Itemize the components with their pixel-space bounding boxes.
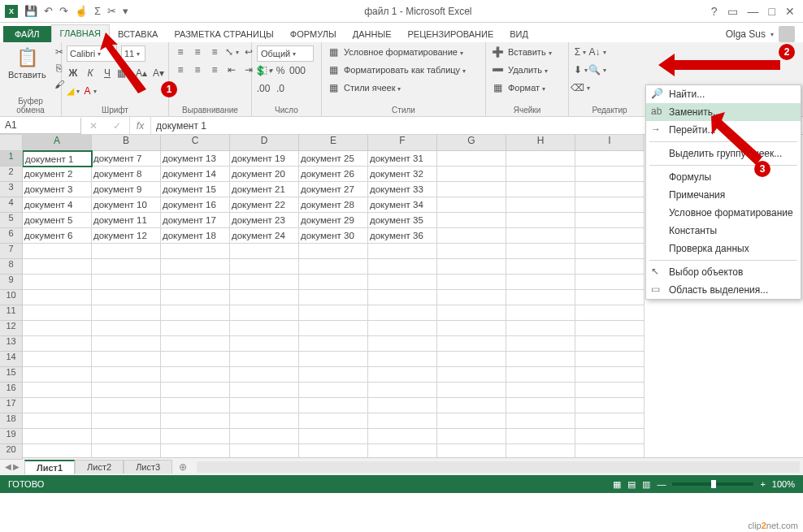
menu-data-validation[interactable]: Проверка данных	[646, 240, 801, 257]
cell-I12[interactable]	[575, 321, 645, 336]
sheet-tab-3[interactable]: Лист3	[124, 460, 172, 474]
menu-select-objects[interactable]: ↖Выбор объектов	[646, 263, 801, 281]
cell-E2[interactable]: документ 26	[299, 167, 368, 182]
cell-C17[interactable]	[161, 398, 230, 413]
cell-C2[interactable]: документ 14	[161, 167, 230, 182]
cell-B10[interactable]	[92, 290, 161, 305]
row-header-6[interactable]: 6	[0, 228, 23, 244]
cell-I20[interactable]	[575, 444, 645, 457]
column-header-B[interactable]: B	[92, 135, 161, 151]
cell-F11[interactable]	[368, 305, 437, 321]
cell-E19[interactable]	[299, 429, 368, 444]
cell-D16[interactable]	[230, 383, 299, 398]
cell-E11[interactable]	[299, 305, 368, 321]
paste-button[interactable]: 📋 Вставить	[5, 45, 50, 81]
touch-icon[interactable]: ☝	[75, 5, 88, 17]
view-page-layout-icon[interactable]: ▤	[627, 479, 636, 490]
cell-C7[interactable]	[161, 244, 230, 259]
cell-I5[interactable]	[575, 213, 645, 228]
cell-E20[interactable]	[299, 444, 368, 457]
cell-F10[interactable]	[368, 290, 437, 305]
zoom-out-icon[interactable]: —	[657, 479, 666, 489]
cell-E5[interactable]: документ 29	[299, 213, 368, 228]
cell-H9[interactable]	[506, 275, 575, 290]
ribbon-options-icon[interactable]: ▭	[727, 5, 738, 18]
cell-D13[interactable]	[230, 336, 299, 352]
row-header-16[interactable]: 16	[0, 383, 23, 398]
row-header-18[interactable]: 18	[0, 413, 23, 429]
cell-B4[interactable]: документ 10	[92, 197, 161, 213]
cell-B18[interactable]	[92, 413, 161, 429]
cell-D19[interactable]	[230, 429, 299, 444]
qat-more-icon[interactable]: ▾	[123, 5, 128, 17]
view-page-break-icon[interactable]: ▥	[642, 479, 650, 490]
cell-C3[interactable]: документ 15	[161, 182, 230, 197]
column-header-D[interactable]: D	[230, 135, 299, 151]
cell-D18[interactable]	[230, 413, 299, 429]
cell-G9[interactable]	[437, 275, 506, 290]
cell-F15[interactable]	[368, 367, 437, 383]
cell-C8[interactable]	[161, 259, 230, 275]
cell-F16[interactable]	[368, 383, 437, 398]
cell-H11[interactable]	[506, 305, 575, 321]
cell-I14[interactable]	[575, 352, 645, 367]
help-icon[interactable]: ?	[711, 5, 718, 18]
cell-I3[interactable]	[575, 182, 645, 197]
select-all-corner[interactable]	[0, 135, 23, 151]
cell-A12[interactable]	[23, 321, 92, 336]
row-header-7[interactable]: 7	[0, 244, 23, 259]
close-icon[interactable]: ✕	[785, 5, 795, 18]
cell-G17[interactable]	[437, 398, 506, 413]
cell-F19[interactable]	[368, 429, 437, 444]
cell-D5[interactable]: документ 23	[230, 213, 299, 228]
cell-E4[interactable]: документ 28	[299, 197, 368, 213]
row-header-9[interactable]: 9	[0, 275, 23, 290]
cell-H4[interactable]	[506, 197, 575, 213]
cell-F3[interactable]: документ 33	[368, 182, 437, 197]
cell-B9[interactable]	[92, 275, 161, 290]
cell-G20[interactable]	[437, 444, 506, 457]
cell-I6[interactable]	[575, 228, 645, 244]
cell-C20[interactable]	[161, 444, 230, 457]
cell-C5[interactable]: документ 17	[161, 213, 230, 228]
cell-H8[interactable]	[506, 259, 575, 275]
cell-H10[interactable]	[506, 290, 575, 305]
cell-I9[interactable]	[575, 275, 645, 290]
sheet-nav-prev-icon[interactable]: ◀	[5, 462, 11, 471]
align-center-button[interactable]: ≡	[191, 63, 204, 76]
cell-H7[interactable]	[506, 244, 575, 259]
cell-F8[interactable]	[368, 259, 437, 275]
minimize-icon[interactable]: —	[748, 5, 759, 18]
cell-B12[interactable]	[92, 321, 161, 336]
cell-F18[interactable]	[368, 413, 437, 429]
cell-G5[interactable]	[437, 213, 506, 228]
cell-G10[interactable]	[437, 290, 506, 305]
sheet-nav-next-icon[interactable]: ▶	[13, 462, 20, 471]
cell-F6[interactable]: документ 36	[368, 228, 437, 244]
tab-data[interactable]: ДАННЫЕ	[345, 26, 400, 42]
cell-I2[interactable]	[575, 167, 645, 182]
view-normal-icon[interactable]: ▦	[613, 479, 621, 490]
cell-D12[interactable]	[230, 321, 299, 336]
save-icon[interactable]: 💾	[24, 5, 37, 17]
cell-E3[interactable]: документ 27	[299, 182, 368, 197]
row-header-4[interactable]: 4	[0, 197, 23, 213]
zoom-percent[interactable]: 100%	[772, 479, 795, 489]
add-sheet-button[interactable]: ⊕	[172, 460, 193, 474]
font-color-button[interactable]: A	[84, 84, 97, 97]
cell-H19[interactable]	[506, 429, 575, 444]
maximize-icon[interactable]: □	[769, 5, 775, 18]
fx-icon[interactable]: fx	[130, 117, 151, 134]
cell-B20[interactable]	[92, 444, 161, 457]
column-header-E[interactable]: E	[299, 135, 368, 151]
cell-E17[interactable]	[299, 398, 368, 413]
cell-E14[interactable]	[299, 352, 368, 367]
sum-icon[interactable]: Σ	[94, 5, 101, 17]
cell-C4[interactable]: документ 16	[161, 197, 230, 213]
fill-color-button[interactable]: ◢	[67, 84, 80, 97]
cell-C18[interactable]	[161, 413, 230, 429]
cell-I18[interactable]	[575, 413, 645, 429]
column-header-H[interactable]: H	[506, 135, 575, 151]
bold-button[interactable]: Ж	[67, 67, 80, 80]
delete-cells-button[interactable]: ➖Удалить	[491, 63, 548, 76]
